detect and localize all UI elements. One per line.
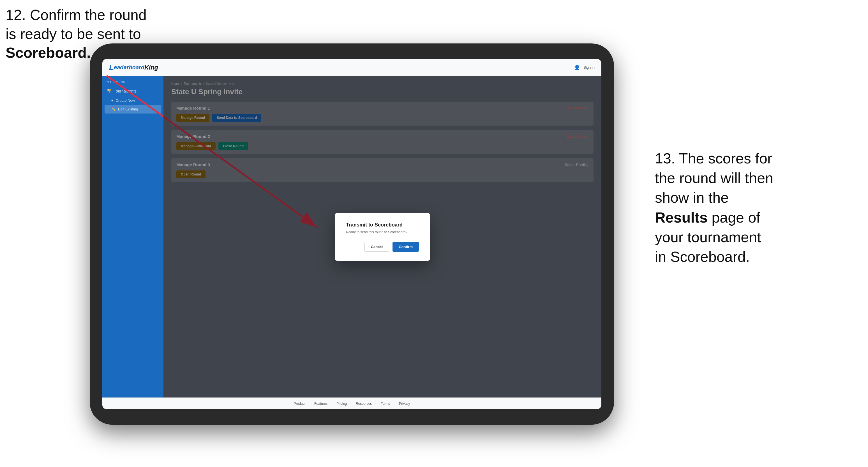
tablet-screen: L eaderboard King 👤 Sign in MAIN MENU 🏆 … xyxy=(102,59,601,409)
sidebar-item-create-new[interactable]: + Create New xyxy=(102,96,163,105)
annotation-right-line3: show in the xyxy=(655,189,728,206)
footer-pricing[interactable]: Pricing xyxy=(336,402,347,406)
sidebar-tournaments-label: Tournaments xyxy=(114,89,136,93)
sign-in-label[interactable]: Sign in xyxy=(583,65,595,69)
annotation-right-line5: your tournament xyxy=(655,229,761,245)
logo: L eaderboard King xyxy=(109,63,158,72)
logo-king: King xyxy=(145,64,158,71)
tablet-device: L eaderboard King 👤 Sign in MAIN MENU 🏆 … xyxy=(90,43,614,425)
header-right: 👤 Sign in xyxy=(574,64,595,71)
modal-overlay: Transmit to Scoreboard Ready to send thi… xyxy=(163,76,601,398)
sidebar-menu-label: MAIN MENU xyxy=(102,81,163,86)
sidebar-create-new-label: Create New xyxy=(116,98,135,102)
logo-eaderboard: eaderboard xyxy=(114,64,145,71)
modal-subtitle: Ready to send this round to Scoreboard? xyxy=(346,230,419,234)
app-footer: Product Features Pricing Resources Terms… xyxy=(102,398,601,409)
annotation-right-line4: page of xyxy=(708,209,760,226)
app-header: L eaderboard King 👤 Sign in xyxy=(102,59,601,76)
sidebar-item-edit-existing[interactable]: ✏️ Edit Existing xyxy=(104,105,161,114)
annotation-line3: Scoreboard. xyxy=(6,44,91,61)
logo-text: L xyxy=(109,63,114,72)
modal-title: Transmit to Scoreboard xyxy=(346,222,419,228)
modal-actions: Cancel Confirm xyxy=(346,242,419,252)
annotation-line2: is ready to be sent to xyxy=(6,26,141,42)
footer-terms[interactable]: Terms xyxy=(381,402,390,406)
sidebar: MAIN MENU 🏆 Tournaments + Create New ✏️ … xyxy=(102,76,163,398)
footer-resources[interactable]: Resources xyxy=(356,402,372,406)
main-content: Home / Tournaments / State U Spring Invi… xyxy=(163,76,601,398)
user-avatar-icon: 👤 xyxy=(574,64,580,71)
trophy-icon: 🏆 xyxy=(107,89,112,93)
annotation-right-line1: 13. The scores for xyxy=(655,150,772,166)
annotation-right-line6: in Scoreboard. xyxy=(655,249,750,265)
sidebar-item-tournaments[interactable]: 🏆 Tournaments xyxy=(102,86,163,96)
modal-confirm-button[interactable]: Confirm xyxy=(393,242,419,252)
footer-privacy[interactable]: Privacy xyxy=(399,402,410,406)
footer-product[interactable]: Product xyxy=(294,402,305,406)
annotation-step-12: 12. Confirm the round is ready to be sen… xyxy=(6,6,147,63)
annotation-step-13: 13. The scores for the round will then s… xyxy=(655,149,851,267)
plus-icon: + xyxy=(111,98,114,102)
sidebar-edit-existing-label: Edit Existing xyxy=(118,107,138,111)
annotation-right-line2: the round will then xyxy=(655,170,773,186)
footer-features[interactable]: Features xyxy=(314,402,328,406)
modal-cancel-button[interactable]: Cancel xyxy=(365,242,390,252)
annotation-right-results: Results xyxy=(655,209,708,226)
edit-icon: ✏️ xyxy=(111,107,116,111)
app-body: MAIN MENU 🏆 Tournaments + Create New ✏️ … xyxy=(102,76,601,398)
modal-dialog: Transmit to Scoreboard Ready to send thi… xyxy=(335,213,430,261)
annotation-line1: 12. Confirm the round xyxy=(6,7,147,23)
